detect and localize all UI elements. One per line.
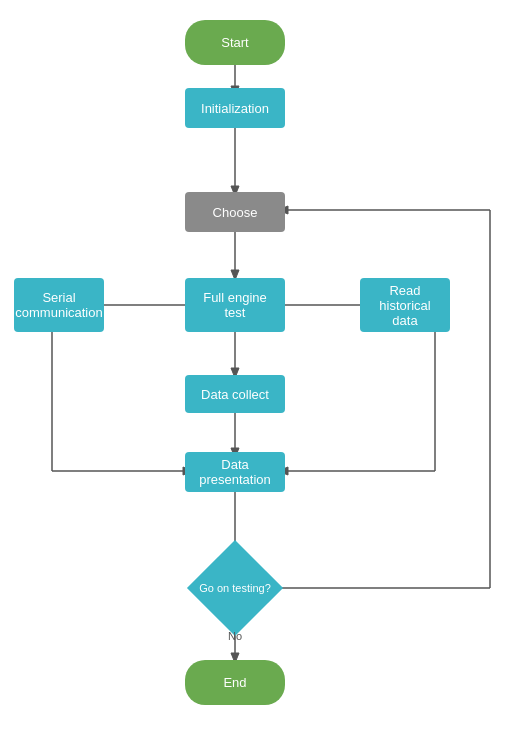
read-historical-data-node: Read historical data xyxy=(360,278,450,332)
flowchart: Start Initialization Choose Full engine … xyxy=(0,0,520,736)
start-node: Start xyxy=(185,20,285,65)
end-node: End xyxy=(185,660,285,705)
choose-node: Choose xyxy=(185,192,285,232)
full-engine-test-node: Full engine test xyxy=(185,278,285,332)
data-presentation-node: Data presentation xyxy=(185,452,285,492)
go-on-testing-node: Go on testing? xyxy=(171,553,299,623)
data-collect-node: Data collect xyxy=(185,375,285,413)
initialization-node: Initialization xyxy=(185,88,285,128)
no-label: No xyxy=(228,630,242,642)
serial-communication-node: Serial communication xyxy=(14,278,104,332)
